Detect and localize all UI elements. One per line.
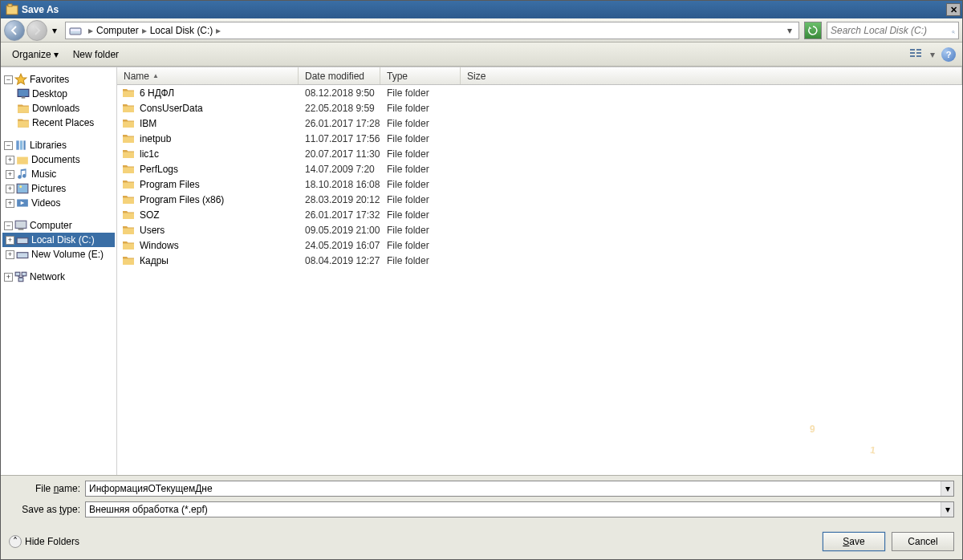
svg-rect-12 <box>18 89 29 96</box>
folder-icon <box>122 118 135 129</box>
tree-item-pictures[interactable]: + Pictures <box>2 181 115 196</box>
tree-item-desktop[interactable]: Desktop <box>2 87 115 101</box>
file-type: File folder <box>380 87 461 99</box>
file-area: Name▲ Date modified Type Size 6 НДФЛ08.1… <box>117 67 962 475</box>
file-row[interactable]: Users09.05.2019 21:00File folder <box>117 222 962 237</box>
file-name: IBM <box>140 118 156 129</box>
file-row[interactable]: SOZ26.01.2017 17:32File folder <box>117 207 962 222</box>
documents-icon <box>16 154 29 165</box>
breadcrumb-localdisk[interactable]: Local Disk (C:) <box>150 25 213 36</box>
tree-item-newvolume[interactable]: + New Volume (E:) <box>2 247 115 262</box>
drive-icon <box>16 234 29 246</box>
new-folder-button[interactable]: New folder <box>68 46 124 63</box>
breadcrumb[interactable]: ▸ Computer ▸ Local Disk (C:) ▸ ▾ <box>65 22 799 39</box>
filename-field[interactable]: ▾ <box>85 481 954 497</box>
tree-item-documents[interactable]: + Documents <box>2 152 115 167</box>
type-label: Save as type: <box>9 504 85 515</box>
file-date: 14.07.2009 7:20 <box>299 164 380 175</box>
computer-icon <box>14 220 27 231</box>
type-input[interactable] <box>86 504 941 515</box>
collapse-icon[interactable]: − <box>4 141 13 150</box>
filename-label: File name: <box>9 483 85 494</box>
tree-item-recent[interactable]: Recent Places <box>2 116 115 130</box>
collapse-icon[interactable]: − <box>4 221 13 230</box>
file-row[interactable]: Windows24.05.2019 16:07File folder <box>117 237 962 253</box>
view-dropdown[interactable]: ▾ <box>930 49 935 60</box>
nav-history-dropdown[interactable]: ▾ <box>49 23 60 38</box>
search-box[interactable] <box>827 22 959 39</box>
downloads-label: Downloads <box>32 103 79 114</box>
expand-icon[interactable]: + <box>6 170 14 179</box>
expand-icon[interactable]: + <box>4 273 13 282</box>
type-dropdown[interactable]: ▾ <box>941 502 953 517</box>
svg-rect-1 <box>8 4 12 6</box>
forward-button[interactable] <box>26 20 47 41</box>
expand-icon[interactable]: + <box>6 250 14 259</box>
svg-rect-24 <box>15 272 20 276</box>
svg-point-18 <box>19 185 22 188</box>
svg-rect-6 <box>910 49 915 51</box>
file-row[interactable]: lic1c20.07.2017 11:30File folder <box>117 146 962 161</box>
file-row[interactable]: Program Files18.10.2018 16:08File folder <box>117 177 962 192</box>
save-button[interactable]: Save <box>823 532 885 551</box>
file-row[interactable]: inetpub11.07.2017 17:56File folder <box>117 131 962 146</box>
file-row[interactable]: IBM26.01.2017 17:28File folder <box>117 116 962 131</box>
file-row[interactable]: Кадры08.04.2019 12:27File folder <box>117 253 962 268</box>
column-headers: Name▲ Date modified Type Size <box>117 67 962 85</box>
collapse-icon[interactable]: − <box>4 75 13 84</box>
column-size[interactable]: Size <box>461 67 962 84</box>
expand-icon[interactable]: + <box>6 156 14 164</box>
cancel-button[interactable]: Cancel <box>892 532 954 551</box>
tree-libraries: − Libraries + Documents + Music + Pictur… <box>2 138 115 210</box>
file-type: File folder <box>380 225 461 236</box>
svg-rect-11 <box>916 55 921 57</box>
column-name[interactable]: Name▲ <box>117 67 299 84</box>
tree-item-downloads[interactable]: Downloads <box>2 101 115 116</box>
file-date: 26.01.2017 17:28 <box>299 118 380 129</box>
titlebar: Save As ✕ <box>1 1 962 18</box>
tree-favorites-header[interactable]: − Favorites <box>2 72 115 87</box>
expand-icon[interactable]: + <box>6 185 14 193</box>
column-date[interactable]: Date modified <box>299 67 380 84</box>
svg-rect-23 <box>17 253 28 258</box>
svg-rect-14 <box>16 140 18 149</box>
tree-item-videos[interactable]: + Videos <box>2 196 115 210</box>
organize-menu[interactable]: Organize▾ <box>7 46 63 63</box>
hide-folders-button[interactable]: ˄ Hide Folders <box>9 535 79 548</box>
watermark: 9 1 <box>786 328 946 467</box>
hide-folders-label: Hide Folders <box>25 536 79 547</box>
type-field[interactable]: ▾ <box>85 501 954 517</box>
file-row[interactable]: PerfLogs14.07.2009 7:20File folder <box>117 161 962 177</box>
file-name: PerfLogs <box>140 164 178 175</box>
refresh-button[interactable] <box>804 22 822 39</box>
help-icon[interactable]: ? <box>941 47 956 62</box>
search-input[interactable] <box>831 25 952 36</box>
filename-input[interactable] <box>86 483 941 494</box>
breadcrumb-computer[interactable]: Computer <box>96 25 139 36</box>
folder-icon <box>122 164 135 175</box>
breadcrumb-sep: ▸ <box>216 25 221 36</box>
videos-icon <box>16 197 29 209</box>
column-type[interactable]: Type <box>380 67 461 84</box>
view-options-icon[interactable] <box>909 47 924 62</box>
expand-icon[interactable]: + <box>6 199 14 208</box>
close-button[interactable]: ✕ <box>946 3 961 16</box>
expand-icon[interactable]: + <box>6 236 14 245</box>
file-name: Кадры <box>140 255 169 266</box>
sidebar: − Favorites Desktop Downloads Recent Pla… <box>1 67 117 475</box>
breadcrumb-dropdown[interactable]: ▾ <box>784 25 795 36</box>
tree-libraries-header[interactable]: − Libraries <box>2 138 115 152</box>
tree-item-localdisk[interactable]: + Local Disk (C:) <box>2 233 115 247</box>
svg-line-5 <box>954 32 955 33</box>
tree-item-music[interactable]: + Music <box>2 167 115 181</box>
file-type: File folder <box>380 194 461 205</box>
file-row[interactable]: ConsUserData22.05.2018 9:59File folder <box>117 100 962 116</box>
file-list[interactable]: 6 НДФЛ08.12.2018 9:50File folderConsUser… <box>117 85 962 475</box>
file-row[interactable]: 6 НДФЛ08.12.2018 9:50File folder <box>117 85 962 100</box>
filename-dropdown[interactable]: ▾ <box>941 481 953 496</box>
tree-computer-header[interactable]: − Computer <box>2 218 115 233</box>
tree-network-header[interactable]: + Network <box>2 270 115 284</box>
file-date: 24.05.2019 16:07 <box>299 240 380 251</box>
file-row[interactable]: Program Files (x86)28.03.2019 20:12File … <box>117 192 962 207</box>
back-button[interactable] <box>4 20 25 41</box>
